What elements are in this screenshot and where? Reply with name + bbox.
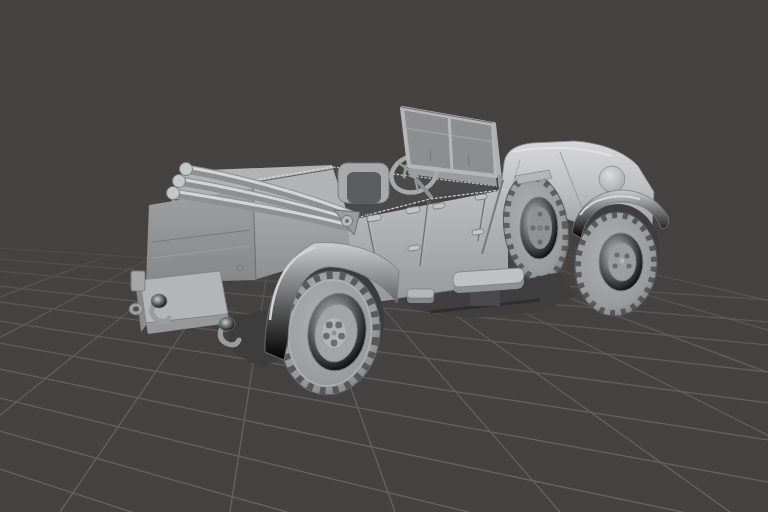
seat-back <box>338 163 389 203</box>
side-step <box>453 268 524 293</box>
rear-step <box>407 289 434 303</box>
viewport-canvas[interactable]: untextured 3D model of WWII open-top mil… <box>0 0 768 512</box>
viewport-3d[interactable]: untextured 3D model of WWII open-top mil… <box>0 0 768 512</box>
